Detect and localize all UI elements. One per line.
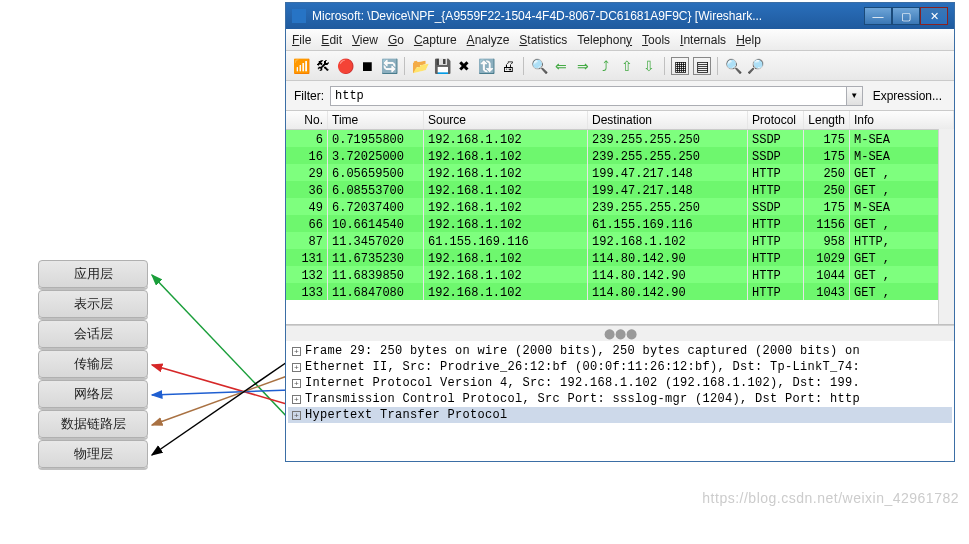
packet-list-header: No. Time Source Destination Protocol Len… [286, 111, 954, 130]
filter-bar: Filter: ▼ Expression... [286, 81, 954, 111]
menu-edit[interactable]: Edit [321, 33, 342, 47]
filter-input[interactable] [331, 87, 846, 105]
go-first-icon[interactable]: ⇧ [618, 57, 636, 75]
svg-line-2 [152, 390, 290, 395]
interfaces-icon[interactable]: 📶 [292, 57, 310, 75]
osi-datalink: 数据链路层 [38, 410, 148, 438]
reload-icon[interactable]: 🔃 [477, 57, 495, 75]
expand-icon[interactable]: + [292, 395, 301, 404]
detail-tcp[interactable]: +Transmission Control Protocol, Src Port… [288, 391, 952, 407]
watermark: https://blog.csdn.net/weixin_42961782 [702, 490, 959, 506]
col-time[interactable]: Time [328, 111, 424, 129]
find-icon[interactable]: 🔍 [530, 57, 548, 75]
open-icon[interactable]: 📂 [411, 57, 429, 75]
menu-statistics[interactable]: Statistics [519, 33, 567, 47]
expand-icon[interactable]: + [292, 411, 301, 420]
menu-go[interactable]: Go [388, 33, 404, 47]
detail-http[interactable]: +Hypertext Transfer Protocol [288, 407, 952, 423]
zoom-in-icon[interactable]: 🔍 [724, 57, 742, 75]
titlebar: Microsoft: \Device\NPF_{A9559F22-1504-4F… [286, 3, 954, 29]
print-icon[interactable]: 🖨 [499, 57, 517, 75]
go-back-icon[interactable]: ⇐ [552, 57, 570, 75]
go-last-icon[interactable]: ⇩ [640, 57, 658, 75]
autoscroll-icon[interactable]: ▤ [693, 57, 711, 75]
svg-line-0 [152, 275, 290, 420]
window-title: Microsoft: \Device\NPF_{A9559F22-1504-4F… [312, 9, 864, 23]
menu-capture[interactable]: Capture [414, 33, 457, 47]
detail-ethernet[interactable]: +Ethernet II, Src: Prodrive_26:12:bf (00… [288, 359, 952, 375]
maximize-button[interactable]: ▢ [892, 7, 920, 25]
table-row[interactable]: 60.71955800192.168.1.102239.255.255.250S… [286, 130, 954, 147]
stop-capture-icon[interactable]: ⏹ [358, 57, 376, 75]
osi-physical: 物理层 [38, 440, 148, 468]
packet-details-pane[interactable]: +Frame 29: 250 bytes on wire (2000 bits)… [286, 341, 954, 449]
osi-application: 应用层 [38, 260, 148, 288]
filter-label: Filter: [294, 89, 324, 103]
menu-help[interactable]: Help [736, 33, 761, 47]
go-forward-icon[interactable]: ⇒ [574, 57, 592, 75]
svg-line-3 [152, 375, 290, 425]
expand-icon[interactable]: + [292, 347, 301, 356]
options-icon[interactable]: 🛠 [314, 57, 332, 75]
table-row[interactable]: 296.05659500192.168.1.102199.47.217.148H… [286, 164, 954, 181]
packet-list-body[interactable]: 60.71955800192.168.1.102239.255.255.250S… [286, 130, 954, 300]
vertical-scrollbar[interactable] [938, 129, 954, 324]
table-row[interactable]: 163.72025000192.168.1.102239.255.255.250… [286, 147, 954, 164]
menu-view[interactable]: View [352, 33, 378, 47]
col-protocol[interactable]: Protocol [748, 111, 804, 129]
osi-transport: 传输层 [38, 350, 148, 378]
table-row[interactable]: 13211.6839850192.168.1.102114.80.142.90H… [286, 266, 954, 283]
table-row[interactable]: 13311.6847080192.168.1.102114.80.142.90H… [286, 283, 954, 300]
restart-capture-icon[interactable]: 🔄 [380, 57, 398, 75]
expand-icon[interactable]: + [292, 363, 301, 372]
close-button[interactable]: ✕ [920, 7, 948, 25]
col-length[interactable]: Length [804, 111, 850, 129]
table-row[interactable]: 496.72037400192.168.1.102239.255.255.250… [286, 198, 954, 215]
svg-line-4 [152, 360, 290, 455]
minimize-button[interactable]: — [864, 7, 892, 25]
filter-dropdown-icon[interactable]: ▼ [846, 87, 862, 105]
table-row[interactable]: 13111.6735230192.168.1.102114.80.142.90H… [286, 249, 954, 266]
wireshark-window: Microsoft: \Device\NPF_{A9559F22-1504-4F… [285, 2, 955, 462]
packet-list-pane: No. Time Source Destination Protocol Len… [286, 111, 954, 325]
expand-icon[interactable]: + [292, 379, 301, 388]
osi-stack: 应用层 表示层 会话层 传输层 网络层 数据链路层 物理层 [38, 260, 148, 470]
menubar: File Edit View Go Capture Analyze Statis… [286, 29, 954, 51]
zoom-out-icon[interactable]: 🔎 [746, 57, 764, 75]
col-info[interactable]: Info [850, 111, 954, 129]
menu-analyze[interactable]: Analyze [467, 33, 510, 47]
expression-button[interactable]: Expression... [869, 89, 946, 103]
menu-telephony[interactable]: Telephony [577, 33, 632, 47]
osi-network: 网络层 [38, 380, 148, 408]
menu-internals[interactable]: Internals [680, 33, 726, 47]
col-source[interactable]: Source [424, 111, 588, 129]
start-capture-icon[interactable]: 🔴 [336, 57, 354, 75]
go-to-packet-icon[interactable]: ⤴ [596, 57, 614, 75]
table-row[interactable]: 366.08553700192.168.1.102199.47.217.148H… [286, 181, 954, 198]
col-no[interactable]: No. [286, 111, 328, 129]
osi-session: 会话层 [38, 320, 148, 348]
menu-file[interactable]: File [292, 33, 311, 47]
table-row[interactable]: 6610.6614540192.168.1.10261.155.169.116H… [286, 215, 954, 232]
detail-ip[interactable]: +Internet Protocol Version 4, Src: 192.1… [288, 375, 952, 391]
app-icon [292, 9, 306, 23]
colorize-icon[interactable]: ▦ [671, 57, 689, 75]
detail-frame[interactable]: +Frame 29: 250 bytes on wire (2000 bits)… [288, 343, 952, 359]
toolbar: 📶 🛠 🔴 ⏹ 🔄 📂 💾 ✖ 🔃 🖨 🔍 ⇐ ⇒ ⤴ ⇧ ⇩ ▦ ▤ 🔍 🔎 [286, 51, 954, 81]
svg-line-1 [152, 365, 290, 405]
col-destination[interactable]: Destination [588, 111, 748, 129]
osi-presentation: 表示层 [38, 290, 148, 318]
table-row[interactable]: 8711.345702061.155.169.116192.168.1.102H… [286, 232, 954, 249]
horizontal-scrollbar[interactable]: ⬤⬤⬤ [286, 325, 954, 341]
save-icon[interactable]: 💾 [433, 57, 451, 75]
close-file-icon[interactable]: ✖ [455, 57, 473, 75]
menu-tools[interactable]: Tools [642, 33, 670, 47]
